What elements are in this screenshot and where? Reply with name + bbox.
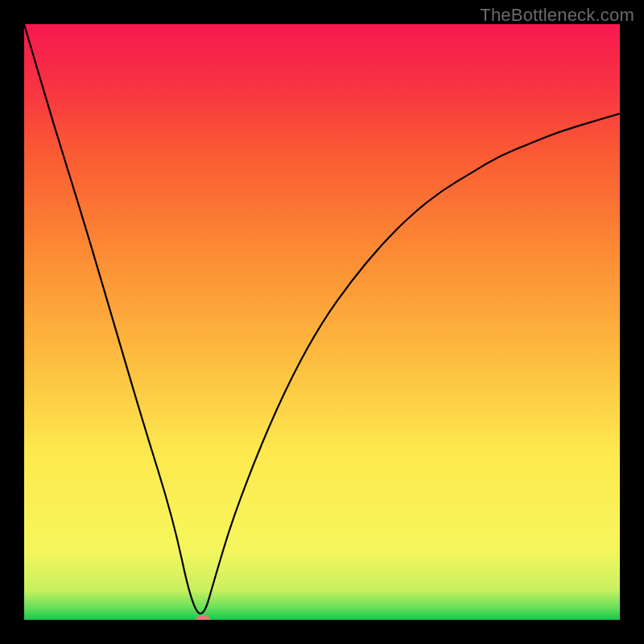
chart-frame: TheBottleneck.com <box>0 0 644 644</box>
bottleneck-curve <box>24 24 620 613</box>
plot-area <box>24 24 620 620</box>
optimal-point-marker <box>196 615 210 620</box>
curve-svg <box>24 24 620 620</box>
watermark-text: TheBottleneck.com <box>480 5 634 26</box>
